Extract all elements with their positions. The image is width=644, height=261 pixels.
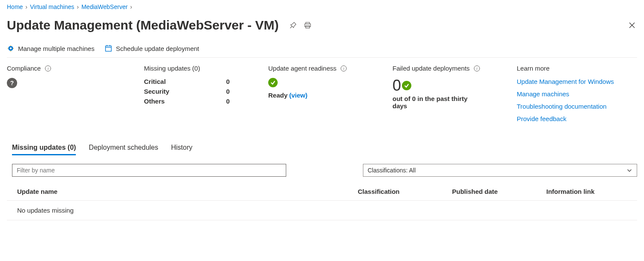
missing-updates-panel: Missing updates (0) Critical 0 Security … [144,65,243,122]
missing-critical-value: 0 [226,78,230,85]
info-icon[interactable]: i [341,65,347,71]
learn-more-panel: Learn more Update Management for Windows… [517,65,615,122]
help-icon[interactable]: ? [7,78,17,88]
failed-deployments-panel: Failed update deployments i 0 out of 0 i… [392,65,491,122]
failed-label: Failed update deployments [392,65,470,72]
check-circle-icon [402,81,411,90]
check-circle-icon [268,78,278,87]
calendar-icon [105,44,112,52]
gear-icon [7,44,15,52]
chevron-right-icon: › [25,3,27,10]
print-icon[interactable] [303,21,312,30]
learn-link-troubleshooting[interactable]: Troubleshooting documentation [517,103,615,110]
col-information-link[interactable]: Information link [546,188,632,195]
missing-security-label: Security [144,88,169,95]
pin-icon[interactable] [288,21,298,30]
manage-multiple-label: Manage multiple machines [18,45,94,52]
page-title: Update Management (MediaWebServer - VM) [7,18,279,33]
missing-row-others: Others 0 [144,98,230,105]
chevron-right-icon: › [77,3,79,10]
chevron-right-icon: › [130,3,132,10]
readiness-view-link[interactable]: (view) [289,92,308,99]
col-classification[interactable]: Classification [358,188,452,195]
missing-others-value: 0 [226,98,230,105]
toolbar: Manage multiple machines Schedule update… [7,44,637,58]
failed-subtext: out of 0 in the past thirty days [392,95,474,110]
schedule-deployment-button[interactable]: Schedule update deployment [105,44,199,52]
missing-row-critical: Critical 0 [144,78,230,85]
info-icon[interactable]: i [474,65,480,71]
manage-multiple-button[interactable]: Manage multiple machines [7,44,94,52]
classifications-value: Classifications: All [368,167,416,174]
title-row: Update Management (MediaWebServer - VM) [7,18,637,33]
breadcrumb-home[interactable]: Home [7,3,23,10]
close-button[interactable] [627,20,637,30]
compliance-panel: Compliance i ? [7,65,118,122]
schedule-deployment-label: Schedule update deployment [116,45,199,52]
filters-row: Classifications: All [12,164,637,177]
col-published-date[interactable]: Published date [452,188,546,195]
breadcrumb: Home › Virtual machines › MediaWebServer… [7,3,637,10]
stats-row: Compliance i ? Missing updates (0) Criti… [7,65,637,122]
missing-critical-label: Critical [144,78,166,85]
missing-others-label: Others [144,98,165,105]
classifications-select[interactable]: Classifications: All [363,164,637,177]
filter-name-input[interactable] [12,164,286,177]
breadcrumb-vms[interactable]: Virtual machines [30,3,74,10]
col-update-name[interactable]: Update name [17,188,358,195]
info-icon[interactable]: i [45,65,51,71]
missing-row-security: Security 0 [144,88,230,95]
chevron-down-icon [626,167,632,173]
tab-history[interactable]: History [171,144,192,155]
tab-missing-updates[interactable]: Missing updates (0) [12,144,76,155]
tabs: Missing updates (0) Deployment schedules… [12,144,637,155]
missing-security-value: 0 [226,88,230,95]
svg-rect-7 [106,46,112,51]
readiness-panel: Update agent readiness i Ready (view) [268,65,367,122]
failed-count: 0 [392,78,401,93]
breadcrumb-server[interactable]: MediaWebServer [81,3,128,10]
compliance-label: Compliance [7,65,41,72]
missing-updates-label: Missing updates (0) [144,65,200,72]
table-header: Update name Classification Published dat… [7,188,637,201]
learn-more-label: Learn more [517,65,550,72]
learn-link-feedback[interactable]: Provide feedback [517,115,615,122]
learn-link-manage-machines[interactable]: Manage machines [517,90,615,98]
table-empty-row: No updates missing [7,201,637,220]
learn-link-update-mgmt[interactable]: Update Management for Windows [517,78,615,85]
readiness-label: Update agent readiness [268,65,336,72]
svg-point-6 [10,47,12,50]
tab-deployment-schedules[interactable]: Deployment schedules [89,144,158,155]
readiness-status: Ready [268,92,288,99]
